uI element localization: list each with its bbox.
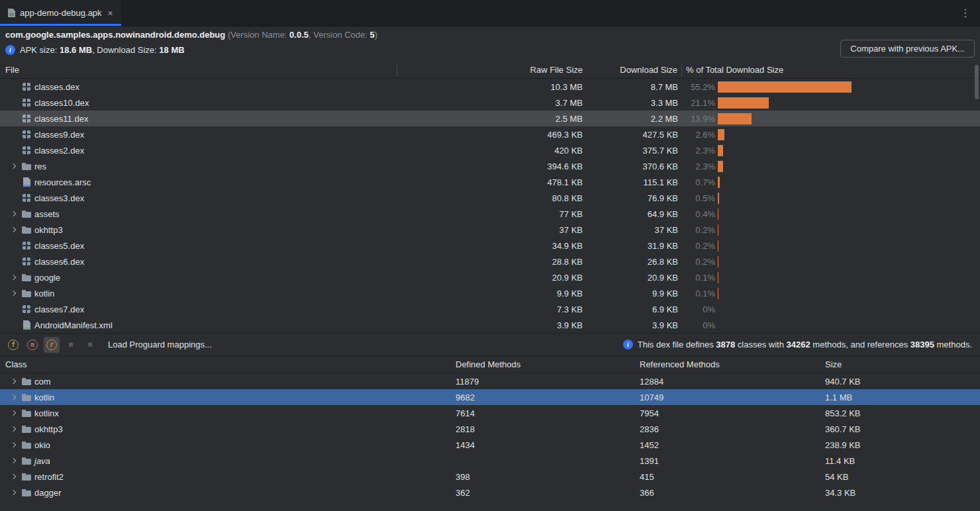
class-row[interactable]: retrofit2 398 415 54 KB	[0, 469, 980, 485]
folder-icon	[22, 225, 32, 234]
chevron-right-icon[interactable]	[9, 376, 19, 387]
column-header-size[interactable]: Size	[820, 359, 980, 369]
file-row[interactable]: google 20.9 KB 20.9 KB 0.1%	[0, 269, 980, 285]
show-fields-toggle-icon[interactable]: f	[5, 337, 21, 353]
chevron-right-icon[interactable]	[9, 408, 19, 418]
chevron-right-icon[interactable]	[9, 129, 19, 140]
class-row[interactable]: okhttp3 2818 2836 360.7 KB	[0, 421, 980, 437]
dex-file-icon	[22, 146, 32, 155]
raw-file-size: 420 KB	[397, 146, 587, 156]
column-header-defined-methods[interactable]: Defined Methods	[450, 359, 634, 369]
dex-file-icon	[22, 82, 32, 91]
chevron-right-icon[interactable]	[9, 161, 19, 171]
chevron-right-icon[interactable]	[9, 97, 19, 108]
class-row[interactable]: dagger 362 366 34.3 KB	[0, 485, 980, 500]
files-scrollbar-thumb[interactable]	[975, 65, 979, 99]
dex-file-icon	[22, 304, 32, 314]
percent-of-total: 0.1%	[682, 289, 715, 299]
file-row[interactable]: res 394.6 KB 370.6 KB 2.3%	[0, 158, 980, 174]
close-icon[interactable]: ×	[108, 8, 113, 19]
file-row[interactable]: kotlin 9.9 KB 9.9 KB 0.1%	[0, 285, 980, 301]
file-row[interactable]: classes5.dex 34.9 KB 31.9 KB 0.2%	[0, 238, 980, 254]
column-header-class[interactable]: Class	[0, 359, 450, 369]
percent-of-total: 0.2%	[682, 241, 715, 251]
compare-previous-apk-button[interactable]: Compare with previous APK...	[840, 40, 975, 58]
file-row[interactable]: classes2.dex 420 KB 375.7 KB 2.3%	[0, 142, 980, 158]
percent-bar-track	[718, 145, 960, 156]
download-size: 370.6 KB	[587, 162, 682, 171]
class-row[interactable]: okio 1434 1452 238.9 KB	[0, 437, 980, 453]
download-percent-bar	[718, 240, 718, 252]
chevron-right-icon[interactable]	[9, 471, 19, 482]
chevron-right-icon[interactable]	[9, 272, 19, 283]
chevron-right-icon[interactable]	[9, 455, 19, 466]
chevron-right-icon[interactable]	[9, 440, 19, 450]
file-name: classes.dex	[34, 82, 79, 92]
class-row[interactable]: com 11879 12884 940.7 KB	[0, 373, 980, 389]
raw-file-size: 80.8 KB	[397, 193, 587, 203]
chevron-right-icon[interactable]	[9, 193, 19, 203]
file-row[interactable]: classes10.dex 3.7 MB 3.3 MB 21.1%	[0, 95, 980, 111]
file-row[interactable]: assets 77 KB 64.9 KB 0.4%	[0, 206, 980, 222]
chevron-right-icon[interactable]	[9, 487, 19, 498]
percent-bar-track	[718, 161, 960, 172]
download-percent-bar	[718, 256, 718, 267]
apk-size-line: i APK size: 18.6 MB, Download Size: 18 M…	[0, 41, 980, 61]
file-row[interactable]: classes7.dex 7.3 KB 6.9 KB 0%	[0, 301, 980, 317]
files-table: File Raw File Size Download Size % of To…	[0, 61, 980, 333]
chevron-right-icon[interactable]	[9, 209, 19, 219]
chevron-right-icon[interactable]	[9, 113, 19, 124]
chevron-right-icon[interactable]	[9, 256, 19, 267]
kebab-menu-icon[interactable]: ⋮	[951, 7, 980, 19]
chevron-right-icon[interactable]	[9, 81, 19, 92]
download-percent-bar	[718, 209, 718, 220]
chevron-right-icon[interactable]	[9, 288, 19, 299]
chevron-right-icon[interactable]	[9, 304, 19, 314]
file-row[interactable]: classes6.dex 28.8 KB 26.8 KB 0.2%	[0, 254, 980, 269]
column-header-raw-size[interactable]: Raw File Size	[397, 65, 587, 75]
file-row[interactable]: classes9.dex 469.3 KB 427.5 KB 2.6%	[0, 126, 980, 142]
files-table-header: File Raw File Size Download Size % of To…	[0, 61, 980, 79]
column-header-file[interactable]: File	[0, 63, 397, 76]
chevron-right-icon[interactable]	[9, 240, 19, 251]
chevron-right-icon[interactable]	[9, 320, 19, 330]
download-size: 26.8 KB	[587, 257, 682, 267]
load-proguard-mappings-button[interactable]: Load Proguard mappings...	[108, 340, 212, 349]
package-folder-icon	[22, 408, 32, 418]
column-header-download-size[interactable]: Download Size	[587, 63, 682, 76]
file-name: classes7.dex	[34, 304, 84, 314]
file-row[interactable]: classes3.dex 80.8 KB 76.9 KB 0.5%	[0, 190, 980, 206]
show-references-toggle-icon[interactable]: r	[44, 337, 60, 353]
referenced-methods-count: 38395	[910, 340, 934, 349]
percent-of-total: 0%	[682, 320, 715, 330]
percent-of-total: 0.1%	[682, 273, 715, 283]
class-row[interactable]: kotlin 9682 10749 1.1 MB	[0, 389, 980, 405]
raw-file-size: 2.5 MB	[397, 114, 587, 124]
file-row[interactable]: okhttp3 37 KB 37 KB 0.2%	[0, 222, 980, 238]
file-row[interactable]: classes11.dex 2.5 MB 2.2 MB 13.9%	[0, 111, 980, 126]
chevron-right-icon[interactable]	[9, 224, 19, 235]
column-header-percent[interactable]: % of Total Download Size	[682, 65, 980, 75]
size-value: 1.1 MB	[820, 393, 980, 402]
file-row[interactable]: classes.dex 10.3 MB 8.7 MB 55.2%	[0, 79, 980, 95]
defined-methods-value: 7614	[450, 408, 634, 418]
file-name: classes9.dex	[34, 130, 84, 140]
class-row[interactable]: kotlinx 7614 7954 853.2 KB	[0, 405, 980, 421]
size-value: 34.3 KB	[820, 488, 980, 498]
column-header-referenced-methods[interactable]: Referenced Methods	[634, 359, 820, 369]
class-row[interactable]: java 1391 11.4 KB	[0, 453, 980, 469]
chevron-right-icon[interactable]	[9, 177, 19, 187]
chevron-right-icon[interactable]	[9, 392, 19, 402]
percent-bar-track	[718, 193, 960, 204]
collapse-all-icon[interactable]: ≡	[82, 337, 98, 353]
expand-all-icon[interactable]: ≡	[63, 337, 79, 353]
show-methods-toggle-icon[interactable]: m	[24, 337, 40, 353]
percent-of-total: 0.2%	[682, 225, 715, 235]
chevron-right-icon[interactable]	[9, 424, 19, 434]
file-name: classes2.dex	[34, 146, 84, 156]
file-row[interactable]: resources.arsc 478.1 KB 115.1 KB 0.7%	[0, 174, 980, 190]
dex-toolbar-icons: fmr≡≡	[5, 337, 98, 353]
tab-apk-analyzer[interactable]: app-demo-debug.apk ×	[0, 0, 121, 26]
chevron-right-icon[interactable]	[9, 145, 19, 156]
file-row[interactable]: AndroidManifest.xml 3.9 KB 3.9 KB 0%	[0, 317, 980, 333]
